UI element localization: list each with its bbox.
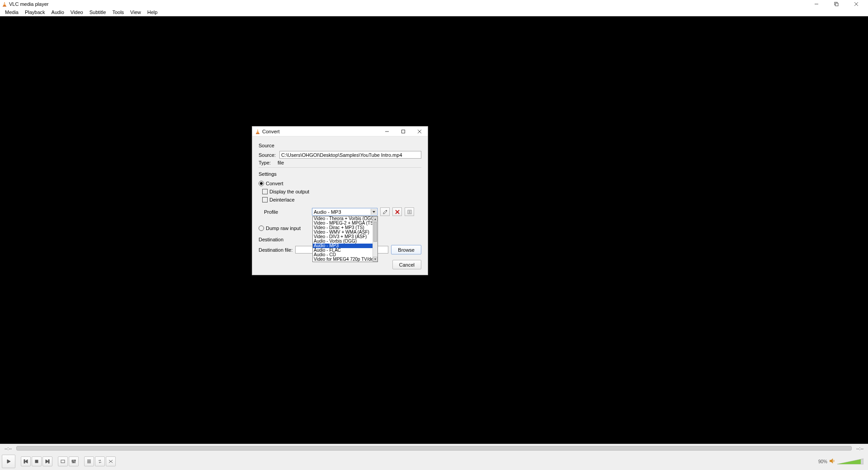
profile-option[interactable]: Video - MPEG-2 + MPGA (TS)	[313, 221, 373, 226]
main-close-button[interactable]	[846, 0, 866, 8]
profile-option[interactable]: Video - Theora + Vorbis (OGG)	[313, 216, 373, 221]
volume-percent-label: 90%	[818, 459, 827, 464]
delete-profile-button[interactable]	[392, 207, 402, 216]
browse-button[interactable]: Browse	[391, 245, 421, 254]
deinterlace-checkbox[interactable]: Deinterlace	[262, 197, 295, 202]
playlist-button[interactable]	[84, 456, 94, 466]
svg-marker-0	[3, 2, 6, 6]
svg-marker-9	[256, 129, 259, 133]
dialog-titlebar[interactable]: Convert	[252, 127, 428, 136]
profile-combobox[interactable]: Audio - MP3 Video - Theora + Vorbis (OGG…	[312, 208, 377, 216]
profile-option[interactable]: Video for MPEG4 720p TV/device	[313, 257, 373, 262]
menu-media[interactable]: Media	[2, 9, 22, 15]
next-button[interactable]	[42, 456, 52, 466]
dialog-minimize-button[interactable]	[379, 127, 395, 136]
new-profile-button[interactable]	[405, 207, 414, 216]
cancel-button[interactable]: Cancel	[392, 260, 421, 269]
scroll-thumb[interactable]	[373, 222, 377, 242]
display-output-checkbox[interactable]: Display the output	[262, 189, 309, 194]
svg-rect-37	[72, 461, 73, 461]
extended-settings-button[interactable]	[69, 456, 79, 466]
svg-rect-2	[4, 3, 5, 4]
menubar: Media Playback Audio Video Subtitle Tool…	[0, 8, 868, 16]
player-controls: --:-- --:-- 90%	[0, 444, 868, 470]
speaker-icon[interactable]	[829, 458, 835, 465]
profile-option[interactable]: Audio - FLAC	[313, 248, 373, 253]
dialog-title: Convert	[262, 129, 280, 134]
source-section-header: Source	[259, 143, 421, 148]
profile-option[interactable]: Audio - MP3	[313, 244, 373, 248]
dialog-maximize-button[interactable]	[395, 127, 411, 136]
main-titlebar: VLC media player	[0, 0, 868, 8]
settings-section-header: Settings	[259, 171, 421, 177]
fullscreen-button[interactable]	[58, 456, 68, 466]
video-area: Convert Source Source: Type: file Settin…	[0, 16, 868, 444]
checkbox-icon	[262, 197, 268, 202]
profile-option[interactable]: Video - DIV3 + MP3 (ASF)	[313, 235, 373, 239]
menu-audio[interactable]: Audio	[48, 9, 67, 15]
svg-rect-33	[61, 460, 65, 463]
menu-video[interactable]: Video	[67, 9, 86, 15]
dropdown-scrollbar[interactable]	[373, 216, 377, 262]
svg-rect-11	[257, 131, 259, 131]
convert-radio[interactable]: Convert	[259, 181, 283, 186]
svg-rect-30	[35, 460, 38, 463]
chevron-down-icon	[371, 209, 377, 215]
svg-marker-18	[374, 218, 376, 220]
svg-marker-43	[830, 458, 833, 464]
radio-icon	[259, 226, 264, 231]
dump-raw-radio[interactable]: Dump raw input	[259, 226, 301, 231]
vlc-cone-icon	[255, 129, 260, 134]
volume-slider[interactable]	[837, 458, 863, 465]
loop-button[interactable]	[95, 456, 105, 466]
menu-subtitle[interactable]: Subtitle	[86, 9, 109, 15]
dump-raw-label: Dump raw input	[266, 226, 301, 231]
profile-option[interactable]: Video - Dirac + MP3 (TS)	[313, 226, 373, 230]
type-label: Type:	[259, 160, 274, 165]
svg-rect-46	[837, 458, 861, 465]
svg-rect-32	[48, 460, 49, 463]
dialog-close-button[interactable]	[411, 127, 428, 136]
svg-rect-1	[3, 6, 6, 7]
source-input[interactable]	[279, 151, 421, 159]
remaining-time: --:--	[854, 446, 865, 451]
scroll-up-button[interactable]	[373, 216, 377, 221]
scroll-down-button[interactable]	[373, 257, 377, 262]
checkbox-icon	[262, 189, 268, 194]
svg-rect-38	[73, 462, 74, 463]
profile-option[interactable]: Audio - Vorbis (OGG)	[313, 239, 373, 244]
menu-playback[interactable]: Playback	[22, 9, 48, 15]
profile-option[interactable]: Audio - CD	[313, 253, 373, 257]
edit-profile-button[interactable]	[380, 207, 390, 216]
svg-point-20	[386, 210, 387, 211]
divider	[259, 167, 421, 168]
shuffle-button[interactable]	[106, 456, 116, 466]
svg-marker-19	[374, 258, 376, 260]
svg-rect-39	[75, 460, 75, 461]
menu-help[interactable]: Help	[144, 9, 161, 15]
menu-tools[interactable]: Tools	[109, 9, 127, 15]
elapsed-time: --:--	[3, 446, 14, 451]
svg-rect-12	[257, 132, 259, 132]
type-value: file	[278, 160, 284, 165]
svg-rect-10	[256, 133, 259, 134]
play-button[interactable]	[2, 455, 15, 468]
profile-option[interactable]: Video - WMV + WMA (ASF)	[313, 230, 373, 235]
menu-view[interactable]: View	[127, 9, 144, 15]
deinterlace-label: Deinterlace	[269, 197, 295, 202]
svg-marker-29	[25, 460, 28, 463]
main-maximize-button[interactable]	[826, 0, 846, 8]
seek-slider[interactable]	[16, 446, 852, 451]
svg-marker-31	[46, 460, 48, 463]
display-output-label: Display the output	[269, 189, 309, 194]
svg-marker-27	[7, 460, 10, 463]
convert-dialog: Convert Source Source: Type: file Settin…	[252, 126, 428, 275]
svg-rect-14	[402, 130, 405, 133]
main-minimize-button[interactable]	[807, 0, 826, 8]
app-title: VLC media player	[9, 1, 48, 7]
previous-button[interactable]	[21, 456, 31, 466]
svg-marker-17	[373, 211, 375, 213]
profile-dropdown-list: Video - Theora + Vorbis (OGG)Video - MPE…	[312, 216, 378, 262]
stop-button[interactable]	[32, 456, 42, 466]
source-label: Source:	[259, 152, 276, 158]
